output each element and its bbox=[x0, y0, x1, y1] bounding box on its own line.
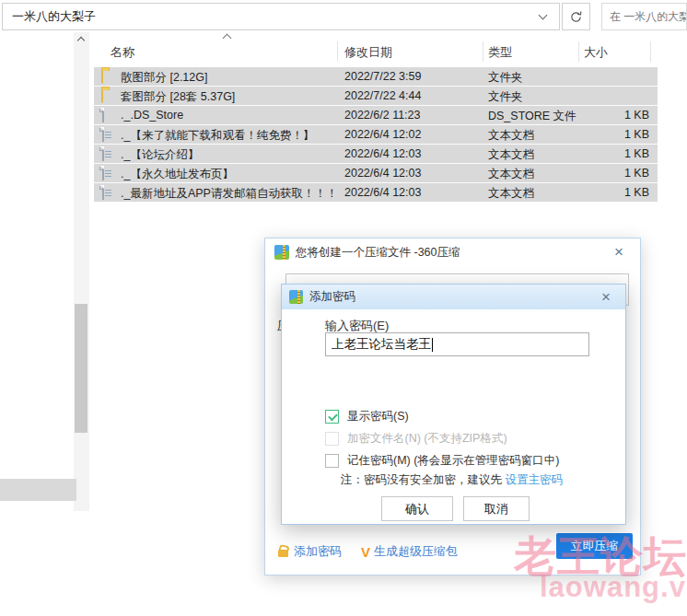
file-name: 散图部分 [2.12G] bbox=[121, 70, 207, 86]
column-divider[interactable] bbox=[483, 41, 483, 62]
search-input-text: 在 一米八的大梨 bbox=[610, 9, 687, 25]
address-bar[interactable]: 一米八的大梨子 bbox=[2, 3, 560, 30]
file-size: 1 KB bbox=[596, 128, 649, 141]
text-file-icon bbox=[102, 127, 104, 142]
file-list-header: 名称 修改日期 类型 大小 bbox=[92, 41, 658, 64]
file-size: 1 KB bbox=[596, 147, 649, 160]
folder-icon bbox=[101, 69, 103, 84]
super-archive-link-label: 生成超级压缩包 bbox=[374, 543, 458, 560]
file-name: ._【论坛介绍】 bbox=[121, 147, 199, 163]
column-header-date[interactable]: 修改日期 bbox=[344, 44, 392, 61]
file-date: 2022/7/22 4:44 bbox=[344, 89, 421, 102]
password-input-value: 上老王论坛当老王 bbox=[332, 336, 431, 353]
close-icon[interactable]: × bbox=[607, 240, 631, 264]
password-dialog-title: 添加密码 bbox=[309, 289, 355, 305]
file-date: 2022/6/4 12:03 bbox=[344, 147, 421, 160]
refresh-button[interactable] bbox=[562, 3, 590, 30]
file-name: ._【来了就能下载和观看！纯免费！】 bbox=[121, 128, 314, 144]
sort-ascending-icon bbox=[223, 34, 232, 43]
file-name: ._最新地址及APP请发邮箱自动获取！！！ bbox=[121, 186, 337, 202]
compress-dialog-titlebar[interactable]: 您将创建一个压缩文件 -360压缩 × bbox=[265, 238, 640, 266]
file-type: 文本文档 bbox=[488, 128, 534, 144]
text-file-icon bbox=[102, 146, 104, 161]
add-password-link[interactable]: 添加密码 bbox=[278, 543, 342, 560]
table-row[interactable]: 套图部分 [28套 5.37G] 2022/7/22 4:44 文件夹 bbox=[94, 87, 658, 106]
password-dialog: 添加密码 × 输入密码(E) 上老王论坛当老王 显示密码(S) 加密文件名(N)… bbox=[281, 284, 626, 525]
checkbox-unchecked-icon[interactable] bbox=[325, 454, 339, 468]
file-name: ._.DS_Store bbox=[121, 109, 183, 122]
text-cursor bbox=[432, 338, 433, 352]
table-row[interactable]: ._最新地址及APP请发邮箱自动获取！！！ 2022/6/4 12:03 文本文… bbox=[94, 183, 658, 203]
close-icon[interactable]: × bbox=[594, 285, 618, 309]
file-date: 2022/7/22 3:59 bbox=[344, 70, 421, 83]
column-header-size[interactable]: 大小 bbox=[584, 44, 608, 61]
column-header-type[interactable]: 类型 bbox=[488, 44, 512, 61]
file-date: 2022/6/4 12:02 bbox=[344, 128, 421, 141]
file-type: 文件夹 bbox=[488, 70, 523, 86]
table-row[interactable]: ._.DS_Store 2022/6/2 11:23 DS_STORE 文件 1… bbox=[94, 106, 658, 125]
watermark-url: laowang.vip bbox=[540, 571, 687, 604]
super-archive-link[interactable]: V 生成超级压缩包 bbox=[361, 543, 458, 560]
password-input[interactable]: 上老王论坛当老王 bbox=[325, 332, 589, 356]
file-size: 1 KB bbox=[596, 167, 649, 180]
add-password-link-label: 添加密码 bbox=[294, 543, 342, 560]
show-password-checkbox-row[interactable]: 显示密码(S) bbox=[325, 409, 409, 424]
cancel-button[interactable]: 取消 bbox=[463, 496, 530, 521]
360zip-app-icon bbox=[289, 290, 303, 304]
file-type: 文本文档 bbox=[488, 167, 534, 182]
lock-icon bbox=[278, 550, 288, 557]
vertical-scrollbar[interactable] bbox=[74, 32, 89, 511]
file-type: DS_STORE 文件 bbox=[488, 109, 576, 124]
text-file-icon bbox=[102, 185, 104, 200]
v-badge-icon: V bbox=[361, 544, 370, 560]
show-password-label: 显示密码(S) bbox=[347, 409, 409, 424]
file-type: 文本文档 bbox=[488, 147, 534, 163]
compress-dialog-footer: 添加密码 V 生成超级压缩包 立即压缩 bbox=[265, 538, 640, 565]
set-master-password-link[interactable]: 设置主密码 bbox=[505, 473, 563, 486]
column-divider[interactable] bbox=[337, 41, 338, 62]
table-row[interactable]: ._【来了就能下载和观看！纯免费！】 2022/6/4 12:02 文本文档 1… bbox=[94, 125, 658, 145]
scrollbar-up-arrow-icon[interactable] bbox=[77, 37, 85, 44]
table-row[interactable]: 散图部分 [2.12G] 2022/7/22 3:59 文件夹 bbox=[94, 67, 658, 87]
360zip-app-icon bbox=[274, 245, 289, 260]
file-icon bbox=[102, 108, 104, 122]
file-type: 文本文档 bbox=[488, 186, 534, 202]
file-name: 套图部分 [28套 5.37G] bbox=[121, 89, 235, 105]
encrypt-filename-label: 加密文件名(N) (不支持ZIP格式) bbox=[347, 431, 507, 447]
checkbox-disabled-icon bbox=[325, 432, 339, 446]
text-file-icon bbox=[102, 166, 104, 180]
file-name: ._【永久地址发布页】 bbox=[121, 167, 234, 182]
file-size: 1 KB bbox=[596, 186, 649, 199]
compress-dialog-title: 您将创建一个压缩文件 -360压缩 bbox=[296, 245, 460, 261]
column-divider[interactable] bbox=[578, 41, 579, 62]
file-type: 文件夹 bbox=[488, 89, 523, 105]
table-row[interactable]: ._【论坛介绍】 2022/6/4 12:03 文本文档 1 KB bbox=[94, 145, 658, 164]
remember-password-checkbox-row[interactable]: 记住密码(M) (将会显示在管理密码窗口中) bbox=[325, 453, 560, 469]
table-row[interactable]: ._【永久地址发布页】 2022/6/4 12:03 文本文档 1 KB bbox=[94, 164, 658, 183]
checkbox-checked-icon[interactable] bbox=[325, 410, 339, 424]
password-note-text: 注：密码没有安全加密，建议先 bbox=[341, 473, 505, 486]
address-bar-path[interactable]: 一米八的大梨子 bbox=[12, 8, 540, 25]
password-dialog-titlebar[interactable]: 添加密码 × bbox=[282, 285, 625, 309]
chevron-down-icon[interactable] bbox=[539, 11, 548, 20]
refresh-icon bbox=[569, 10, 583, 24]
encrypt-filename-checkbox-row: 加密文件名(N) (不支持ZIP格式) bbox=[325, 431, 507, 447]
folder-icon bbox=[101, 88, 103, 103]
file-size: 1 KB bbox=[596, 109, 649, 122]
password-note: 注：密码没有安全加密，建议先 设置主密码 bbox=[341, 472, 563, 488]
file-date: 2022/6/2 11:23 bbox=[344, 109, 420, 122]
column-divider[interactable] bbox=[650, 41, 651, 62]
remember-password-label: 记住密码(M) (将会显示在管理密码窗口中) bbox=[347, 453, 560, 469]
file-date: 2022/6/4 12:03 bbox=[344, 186, 421, 199]
scrollbar-thumb[interactable] bbox=[75, 304, 87, 433]
confirm-button[interactable]: 确认 bbox=[381, 496, 453, 521]
compress-now-button[interactable]: 立即压缩 bbox=[556, 533, 633, 559]
column-header-name[interactable]: 名称 bbox=[111, 44, 134, 61]
file-date: 2022/6/4 12:03 bbox=[344, 167, 421, 180]
file-list: 散图部分 [2.12G] 2022/7/22 3:59 文件夹 套图部分 [28… bbox=[94, 67, 658, 203]
search-input[interactable]: 在 一米八的大梨 bbox=[601, 3, 687, 30]
nav-pane-selected-item[interactable] bbox=[0, 479, 76, 501]
